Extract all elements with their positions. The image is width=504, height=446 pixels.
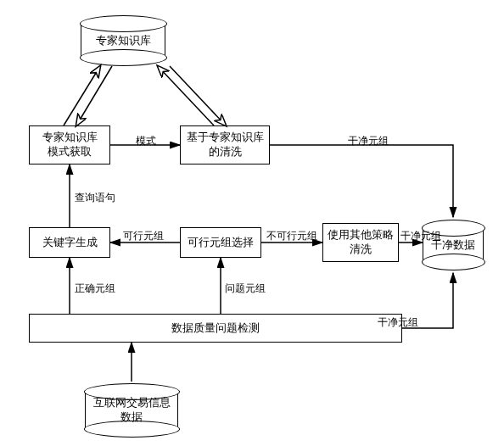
feasible-sel-box: 可行元组选择	[180, 227, 261, 258]
keyword-gen-box: 关键字生成	[29, 227, 110, 258]
internet-data-label: 互联网交易信息数据	[90, 396, 174, 425]
edge-feasible-label: 可行元组	[123, 229, 164, 243]
svg-line-3	[170, 66, 226, 125]
expert-kb-label: 专家知识库	[92, 34, 154, 48]
svg-line-0	[64, 66, 100, 125]
feasible-sel-label: 可行元组选择	[188, 236, 254, 250]
edge-clean3-label: 干净元组	[378, 315, 418, 330]
diagram-canvas: 专家知识库 干净数据 互联网交易信息数据 专家知识库模式获取 基于专家知识库的清…	[0, 0, 504, 446]
pattern-acq-label: 专家知识库模式获取	[42, 131, 98, 159]
quality-detect-box: 数据质量问题检测	[29, 314, 402, 343]
pattern-acq-box: 专家知识库模式获取	[29, 125, 110, 164]
clean-data-label: 干净数据	[428, 238, 479, 253]
kb-clean-box: 基于专家知识库的清洗	[180, 125, 270, 164]
other-clean-label: 使用其他策略清洗	[328, 228, 394, 257]
other-clean-box: 使用其他策略清洗	[322, 223, 399, 262]
quality-detect-label: 数据质量问题检测	[171, 321, 260, 336]
edge-query-label: 查询语句	[75, 191, 115, 205]
edge-clean1-label: 干净元组	[348, 134, 389, 148]
edge-pattern-label: 模式	[136, 134, 156, 148]
edge-infeasible-label: 不可行元组	[266, 229, 317, 243]
keyword-gen-label: 关键字生成	[42, 236, 98, 250]
edge-problem-label: 问题元组	[225, 282, 266, 296]
internet-data-cylinder: 互联网交易信息数据	[85, 392, 178, 429]
edge-correct-label: 正确元组	[75, 282, 115, 296]
expert-kb-cylinder: 专家知识库	[81, 24, 165, 58]
kb-clean-label: 基于专家知识库的清洗	[187, 131, 264, 159]
svg-line-1	[76, 66, 112, 125]
svg-line-2	[158, 66, 214, 125]
